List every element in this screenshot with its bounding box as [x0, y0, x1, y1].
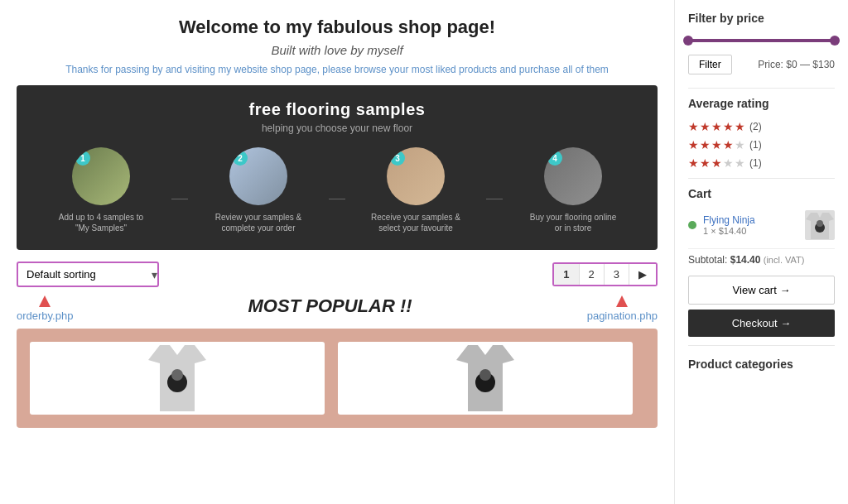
cart-section: Flying Ninja 1 × $14.40 Subtotal: $14.40…	[688, 210, 835, 337]
slider-track	[688, 39, 835, 42]
connector-line-3	[486, 199, 503, 199]
page-description: Thanks for passing by and visiting my we…	[17, 64, 658, 75]
step-number-4: 4	[547, 151, 562, 166]
filter-button[interactable]: Filter	[688, 55, 732, 74]
orderby-arrow-icon	[39, 295, 51, 307]
step-circle-3: 3	[387, 147, 445, 205]
page-subtitle: Built with love by myself	[17, 43, 658, 57]
pagination: 1 2 3 ▶	[552, 262, 658, 286]
stars-3: ★★★★★	[688, 156, 746, 170]
step-number-1: 1	[75, 151, 90, 166]
checkout-button[interactable]: Checkout →	[688, 310, 835, 337]
price-range-text: Price: $0 — $130	[758, 59, 835, 70]
pagination-label: pagination.php	[587, 310, 658, 322]
stars-4: ★★★★★	[688, 138, 746, 151]
slider-thumb-right[interactable]	[830, 36, 840, 46]
shirt-icon-2	[456, 345, 514, 411]
step-connector-1	[171, 147, 188, 233]
stars-5: ★★★★★	[688, 120, 746, 133]
step-text-4: Buy your flooring online or in store	[528, 212, 619, 233]
page-title: Welcome to my fabulous shop page!	[17, 17, 658, 38]
view-cart-button[interactable]: View cart →	[688, 276, 835, 305]
popular-label: MOST POPULAR !!	[248, 295, 412, 317]
connector-line-1	[171, 199, 188, 199]
banner-step-3: 3 Receive your samples & select your fav…	[370, 147, 461, 233]
pagination-annotation: pagination.php	[587, 295, 658, 322]
step-number-3: 3	[390, 151, 405, 166]
banner-subtitle: helping you choose your new floor	[25, 122, 649, 134]
page-1-button[interactable]: 1	[554, 264, 579, 285]
filter-price-title: Filter by price	[688, 12, 835, 25]
step-circle-1: 1	[72, 147, 130, 205]
cart-item-image	[805, 210, 835, 240]
product-thumb-1[interactable]	[30, 342, 325, 415]
step-text-1: Add up to 4 samples to "My Samples"	[55, 212, 147, 233]
banner-step-4: 4 Buy your flooring online or in store	[528, 147, 619, 233]
svg-point-5	[479, 369, 491, 381]
connector-line-2	[329, 199, 345, 199]
filter-row: Filter Price: $0 — $130	[688, 55, 835, 74]
svg-point-2	[171, 369, 183, 381]
slider-thumb-left[interactable]	[683, 36, 693, 46]
rating-count-5: (2)	[749, 121, 762, 132]
product-1-content	[148, 345, 206, 411]
rating-row-5[interactable]: ★★★★★ (2)	[688, 120, 835, 133]
divider-3	[688, 345, 835, 346]
page-3-button[interactable]: 3	[605, 264, 629, 285]
step-connector-2	[329, 147, 345, 233]
page-next-button[interactable]: ▶	[629, 264, 656, 285]
cart-item-icon	[806, 211, 834, 239]
step-circle-2: 2	[229, 147, 287, 205]
subtotal-vat: (incl. VAT)	[764, 255, 805, 265]
subtotal-row: Subtotal: $14.40 (incl. VAT)	[688, 248, 835, 266]
cart-item-info: Flying Ninja 1 × $14.40	[703, 214, 798, 236]
product-categories-title: Product categories	[688, 358, 835, 371]
rating-list: ★★★★★ (2) ★★★★★ (1) ★★★★★ (1)	[688, 120, 835, 170]
annotation-row: orderby.php MOST POPULAR !! pagination.p…	[17, 295, 658, 322]
rating-count-4: (1)	[749, 139, 762, 151]
step-text-3: Receive your samples & select your favou…	[370, 212, 461, 233]
sort-pagination-bar: Default sorting Sort by popularity Sort …	[17, 262, 658, 287]
step-text-2: Review your samples & complete your orde…	[213, 212, 304, 233]
subtotal-label: Subtotal:	[688, 254, 727, 266]
svg-point-8	[817, 220, 823, 227]
promo-banner: free flooring samples helping you choose…	[17, 85, 658, 250]
orderby-annotation: orderby.php	[17, 295, 73, 322]
banner-step-1: 1 Add up to 4 samples to "My Samples"	[55, 147, 147, 233]
cart-title: Cart	[688, 187, 835, 200]
step-connector-3	[486, 147, 503, 233]
product-2-content	[456, 345, 514, 411]
products-row	[17, 329, 658, 428]
orderby-label: orderby.php	[17, 310, 73, 322]
divider-1	[688, 88, 835, 89]
rating-row-3[interactable]: ★★★★★ (1)	[688, 156, 835, 170]
cart-item-qty: 1 × $14.40	[703, 226, 798, 236]
banner-title: free flooring samples	[25, 100, 649, 119]
price-slider[interactable]	[688, 35, 835, 46]
cart-item: Flying Ninja 1 × $14.40	[688, 210, 835, 240]
product-thumb-2[interactable]	[338, 342, 633, 415]
rating-count-3: (1)	[749, 157, 762, 169]
page-2-button[interactable]: 2	[580, 264, 605, 285]
shirt-icon-1	[148, 345, 206, 411]
right-sidebar: Filter by price Filter Price: $0 — $130 …	[674, 0, 848, 504]
step-circle-4: 4	[544, 147, 602, 205]
average-rating-title: Average rating	[688, 97, 835, 110]
step-number-2: 2	[233, 151, 248, 166]
cart-item-dot	[688, 221, 696, 229]
sort-select[interactable]: Default sorting Sort by popularity Sort …	[18, 263, 168, 286]
cart-item-name[interactable]: Flying Ninja	[703, 214, 798, 226]
sort-select-wrapper[interactable]: Default sorting Sort by popularity Sort …	[17, 262, 159, 287]
banner-step-2: 2 Review your samples & complete your or…	[213, 147, 304, 233]
divider-2	[688, 178, 835, 179]
banner-steps: 1 Add up to 4 samples to "My Samples" 2 …	[25, 147, 649, 233]
subtotal-amount: $14.40	[730, 254, 761, 266]
pagination-arrow-icon	[616, 295, 628, 307]
rating-row-4[interactable]: ★★★★★ (1)	[688, 138, 835, 151]
